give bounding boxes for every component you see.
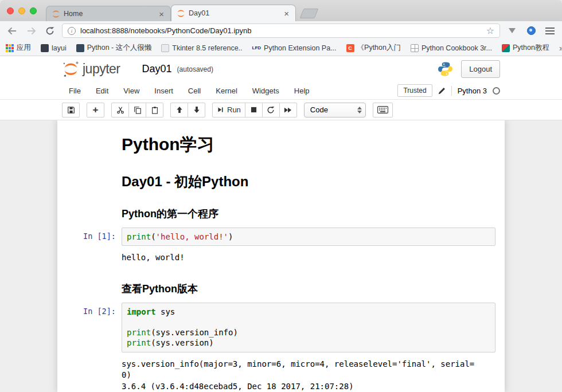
window-zoom-button[interactable] (30, 7, 37, 14)
menu-kernel[interactable]: Kernel (208, 87, 245, 95)
menu-help[interactable]: Help (287, 87, 317, 95)
bookmark-label: layui (52, 44, 67, 52)
save-button[interactable] (62, 103, 80, 117)
bookmark-apps[interactable]: 应用 (6, 43, 31, 53)
fast-forward-icon (284, 107, 292, 113)
browser-tab-strip: Home × Day01 × (0, 0, 562, 21)
tab-day01[interactable]: Day01 × (171, 5, 296, 21)
output-cell-2: sys.version_info(major=3, minor=6, micro… (57, 355, 505, 392)
back-button[interactable] (5, 24, 19, 38)
bookmarks-overflow-chevron[interactable]: » (559, 43, 562, 53)
heading-day01: Day01 - 初始Python (122, 173, 495, 191)
tab-title: Home (64, 10, 154, 18)
move-cell-up-button[interactable] (170, 103, 188, 117)
jupyter-favicon-icon (52, 10, 60, 18)
code-input-area[interactable]: import sys print(sys.version_info) print… (122, 303, 495, 352)
notebook-area: Python学习 Day01 - 初始Python Python的第一个程序 I… (0, 120, 562, 392)
run-cell-button[interactable]: Run (212, 103, 245, 117)
restart-run-all-button[interactable] (279, 103, 297, 117)
notebook-title[interactable]: Day01 (142, 63, 172, 75)
menu-file[interactable]: File (62, 87, 88, 95)
step-forward-icon (217, 106, 224, 113)
keyboard-icon (377, 106, 388, 113)
tab-close-icon[interactable]: × (283, 9, 290, 18)
copy-icon (134, 106, 142, 114)
run-label: Run (227, 105, 241, 114)
autosave-status: (autosaved) (177, 65, 213, 73)
move-cell-down-button[interactable] (188, 103, 205, 117)
output-text: hello, world! (122, 250, 483, 268)
heading-check-version: 查看Python版本 (122, 282, 495, 296)
bookmark-star-icon[interactable]: ☆ (486, 26, 494, 36)
bookmark-label: Python Extension Pa... (264, 44, 336, 52)
code-cell-2[interactable]: In [2]: import sys print(sys.version_inf… (57, 300, 505, 355)
bookmark-label: 应用 (17, 43, 31, 53)
menu-view[interactable]: View (116, 87, 147, 95)
markdown-cell-h1[interactable]: Python学习 (57, 127, 505, 162)
bookmark-lfd[interactable]: LFD Python Extension Pa... (252, 44, 337, 52)
add-cell-button[interactable]: + (87, 103, 104, 117)
cut-cell-button[interactable] (111, 103, 129, 117)
code-input-area[interactable]: print('hello, world!') (122, 228, 495, 246)
browser-window: Home × Day01 × i localhost:8888/notebook… (0, 0, 562, 392)
bookmark-python-blog[interactable]: Python - 这个人很懒 (76, 43, 152, 53)
edit-mode-pencil-icon (438, 87, 446, 95)
window-close-button[interactable] (7, 7, 14, 14)
reload-button[interactable] (43, 24, 57, 38)
command-palette-button[interactable] (373, 103, 393, 117)
site-favicon (411, 44, 419, 52)
arrow-up-icon (176, 106, 183, 113)
forward-button[interactable] (24, 24, 38, 38)
logout-button[interactable]: Logout (461, 60, 500, 78)
heading-first-program: Python的第一个程序 (122, 207, 495, 221)
bookmark-tutorial[interactable]: Python教程 (502, 43, 549, 53)
bookmark-csdn[interactable]: C 《Python入门 (346, 43, 401, 53)
menu-cell[interactable]: Cell (181, 87, 208, 95)
paste-icon (151, 106, 159, 114)
jupyter-header: jupyter Day01 (autosaved) Logout (0, 56, 562, 82)
forward-icon (26, 27, 36, 35)
bookmark-cookbook[interactable]: Python Cookbook 3r... (411, 44, 492, 52)
extension-triangle-icon[interactable] (505, 24, 519, 38)
extension-globe-icon[interactable] (524, 24, 538, 38)
tab-home[interactable]: Home × (46, 6, 171, 21)
jupyter-logo-icon (62, 60, 80, 78)
plus-icon: + (93, 105, 99, 115)
trusted-badge[interactable]: Trusted (397, 84, 432, 97)
browser-menu-button[interactable] (543, 24, 557, 38)
reload-icon (45, 26, 54, 36)
window-controls (7, 7, 37, 14)
page-info-icon[interactable]: i (68, 27, 76, 35)
bookmark-layui[interactable]: layui (41, 44, 67, 52)
menu-insert[interactable]: Insert (147, 87, 181, 95)
hamburger-icon (545, 30, 555, 32)
jupyter-logo-text: jupyter (83, 61, 120, 77)
restart-kernel-button[interactable] (262, 103, 280, 117)
bookmark-tkinter[interactable]: Tkinter 8.5 reference.. (161, 44, 242, 52)
markdown-cell-h3-first-program[interactable]: Python的第一个程序 (57, 195, 505, 225)
markdown-cell-h3-version[interactable]: 查看Python版本 (57, 271, 505, 300)
paste-cell-button[interactable] (146, 103, 163, 117)
interrupt-kernel-button[interactable] (245, 103, 263, 117)
address-bar[interactable]: i localhost:8888/notebooks/PythonCode/Da… (62, 23, 500, 38)
code-cell-1[interactable]: In [1]: print('hello, world!') (57, 225, 505, 248)
browser-toolbar: i localhost:8888/notebooks/PythonCode/Da… (0, 21, 562, 40)
new-tab-button[interactable] (300, 9, 319, 18)
input-prompt: In [2]: (57, 303, 122, 352)
stop-icon (251, 107, 257, 113)
bookmarks-bar: 应用 layui Python - 这个人很懒 Tkinter 8.5 refe… (0, 40, 562, 56)
window-minimize-button[interactable] (18, 7, 25, 14)
cell-type-dropdown[interactable]: Code (304, 103, 366, 117)
menu-edit[interactable]: Edit (88, 87, 116, 95)
jupyter-menubar: File Edit View Insert Cell Kernel Widget… (0, 82, 562, 100)
markdown-cell-h2[interactable]: Day01 - 初始Python (57, 162, 505, 195)
output-text: sys.version_info(major=3, minor=6, micro… (122, 357, 483, 392)
url-text[interactable]: localhost:8888/notebooks/PythonCode/Day0… (80, 26, 482, 35)
tab-title: Day01 (189, 9, 279, 17)
kernel-name: Python 3 (458, 87, 487, 95)
copy-cell-button[interactable] (128, 103, 146, 117)
bookmark-label: 《Python入门 (357, 43, 401, 53)
jupyter-logo[interactable]: jupyter (62, 60, 120, 78)
menu-widgets[interactable]: Widgets (245, 87, 287, 95)
tab-close-icon[interactable]: × (158, 10, 165, 18)
